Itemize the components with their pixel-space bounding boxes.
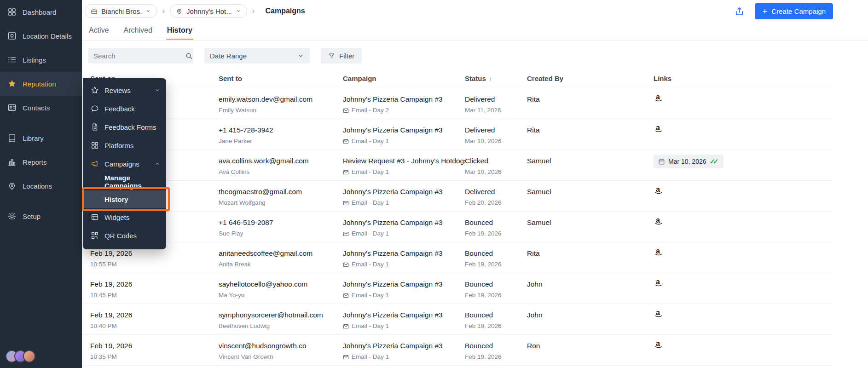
email-channel-icon — [343, 293, 349, 299]
submenu-item-manage-campaigns[interactable]: Manage Campaigns — [83, 173, 166, 190]
sidebar-item-label: Library — [23, 134, 44, 142]
location-name: Johnny's Hot... — [186, 7, 232, 15]
table-row[interactable]: Feb 19, 202610:40 PM symphonysorcerer@ho… — [82, 304, 832, 335]
email-channel-icon — [343, 262, 349, 268]
chevron-down-icon — [145, 8, 151, 14]
tab-active[interactable]: Active — [88, 26, 110, 40]
sidebar-item-reports[interactable]: Reports — [0, 150, 82, 174]
tab-archived[interactable]: Archived — [123, 26, 153, 40]
map-pin-icon — [7, 181, 17, 190]
submenu-item-platforms[interactable]: Platforms — [83, 136, 166, 155]
amazon-link-icon[interactable]: a — [654, 247, 664, 257]
amazon-link-icon[interactable]: a — [654, 309, 664, 319]
status: Bounced — [465, 279, 527, 289]
table-row[interactable]: +1 646-519-2087Sue Flay Johnny's Pizzeri… — [82, 212, 832, 242]
table-row[interactable]: Feb 19, 202610:45 PM sayhellotocello@yah… — [82, 273, 832, 304]
sent-on-date: Feb 19, 2026 — [90, 341, 219, 351]
filter-button[interactable]: Filter — [321, 48, 362, 63]
sidebar-item-setup[interactable]: Setup — [0, 204, 82, 228]
chevron-down-icon — [154, 87, 161, 93]
chevron-up-icon — [154, 161, 161, 167]
sidebar: Dashboard Location Details Listings Repu… — [0, 0, 82, 368]
amazon-link-icon[interactable]: a — [654, 93, 664, 103]
campaign-history-table: Sent on Sent to Campaign Status↑ Created… — [82, 69, 868, 366]
recipient: vinscent@hudsongrowth.co — [219, 341, 343, 351]
table-row[interactable]: Feb 19, 202610:35 PM vinscent@hudsongrow… — [82, 335, 832, 366]
created-by: Ron — [527, 341, 654, 351]
amazon-link-icon[interactable]: a — [654, 185, 664, 196]
status-date: Mar 10, 2026 — [465, 137, 527, 145]
svg-text:a: a — [656, 216, 660, 224]
amazon-link-icon[interactable]: a — [654, 339, 664, 350]
amazon-link-icon[interactable]: a — [654, 124, 664, 134]
column-header-campaign[interactable]: Campaign — [343, 75, 465, 82]
table-row[interactable]: theogmaestro@gmail.comMozart Wolfgang Jo… — [82, 181, 832, 212]
export-icon[interactable] — [734, 6, 745, 17]
table-row[interactable]: ava.collins.work@gmail.comAva Collins Re… — [82, 150, 832, 181]
status-header-label: Status — [465, 75, 486, 82]
recipient-name: Emily Watson — [219, 106, 343, 115]
tab-history[interactable]: History — [166, 26, 193, 40]
submenu-item-qr-codes[interactable]: QR Codes — [83, 226, 166, 245]
sidebar-item-locations[interactable]: Locations — [0, 174, 82, 198]
submenu-item-reviews[interactable]: Reviews — [83, 81, 166, 99]
svg-text:a: a — [656, 339, 660, 347]
table-row[interactable]: emily.watson.dev@gmail.comEmily Watson J… — [82, 88, 832, 119]
submenu-item-widgets[interactable]: Widgets — [83, 208, 166, 226]
campaign-name: Johnny's Pizzeria Campaign #3 — [343, 341, 465, 351]
avatar[interactable] — [23, 350, 35, 362]
listings-icon — [7, 55, 17, 64]
location-card-icon — [7, 31, 17, 40]
sidebar-item-library[interactable]: Library — [0, 126, 82, 150]
business-icon — [91, 8, 98, 15]
account-selector[interactable]: Bianchi Bros. — [85, 4, 157, 18]
date-range-select[interactable]: Date Range — [204, 48, 310, 63]
email-channel-icon — [343, 108, 349, 114]
column-header-status[interactable]: Status↑ — [465, 75, 527, 82]
campaign-name: Johnny's Pizzeria Campaign #3 — [343, 187, 465, 196]
sent-on-time: 10:45 PM — [90, 291, 219, 299]
link-date-badge[interactable]: Mar 10, 2026 ✓✓ — [654, 155, 723, 168]
page-title: Campaigns — [265, 7, 305, 15]
submenu-item-history[interactable]: History — [83, 190, 166, 208]
status-date: Feb 19, 2026 — [465, 291, 527, 299]
main-content: Bianchi Bros. › Johnny's Hot... › Campai… — [82, 0, 868, 368]
submenu-item-campaigns[interactable]: Campaigns — [83, 155, 166, 173]
map-pin-icon — [176, 8, 183, 15]
grid-icon — [91, 141, 99, 150]
created-by: John — [527, 310, 654, 320]
column-header-created-by[interactable]: Created By — [527, 75, 654, 82]
sidebar-item-label: Location Details — [23, 32, 72, 40]
double-check-icon: ✓✓ — [710, 157, 719, 166]
campaign-name: Johnny's Pizzeria Campaign #3 — [343, 310, 465, 320]
table-row[interactable]: Feb 19, 202610:55 PM anitaneedscoffee@gm… — [82, 242, 832, 273]
campaign-name: Johnny's Pizzeria Campaign #3 — [343, 125, 465, 135]
submenu-item-feedback[interactable]: Feedback — [83, 99, 166, 118]
status: Bounced — [465, 218, 527, 227]
sidebar-item-location-details[interactable]: Location Details — [0, 24, 82, 48]
table-row[interactable]: +1 415-728-3942Jane Parker Johnny's Pizz… — [82, 119, 832, 150]
submenu-item-feedback-forms[interactable]: Feedback Forms — [83, 118, 166, 136]
sidebar-item-listings[interactable]: Listings — [0, 48, 82, 72]
sidebar-item-contacts[interactable]: Contacts — [0, 96, 82, 120]
campaign-name: Johnny's Pizzeria Campaign #3 — [343, 218, 465, 227]
channel-label: Email - Day 1 — [352, 260, 389, 269]
create-campaign-button[interactable]: + Create Campaign — [755, 3, 833, 19]
recipient: sayhellotocello@yahoo.com — [219, 279, 343, 289]
status-date: Feb 19, 2026 — [465, 353, 527, 361]
submenu-label: Feedback — [104, 105, 135, 113]
search-input[interactable] — [93, 52, 185, 60]
recipient: emily.watson.dev@gmail.com — [219, 94, 343, 104]
sidebar-item-dashboard[interactable]: Dashboard — [0, 0, 82, 24]
email-channel-icon — [343, 138, 349, 144]
amazon-link-icon[interactable]: a — [654, 216, 664, 226]
widget-icon — [91, 213, 99, 221]
search-box — [88, 48, 193, 63]
amazon-link-icon[interactable]: a — [654, 278, 664, 288]
column-header-sent-to[interactable]: Sent to — [219, 75, 343, 82]
sidebar-item-reputation[interactable]: Reputation — [0, 72, 82, 96]
column-header-links[interactable]: Links — [654, 75, 832, 82]
bar-chart-icon — [7, 157, 17, 167]
status-date: Feb 19, 2026 — [465, 230, 527, 238]
location-selector[interactable]: Johnny's Hot... — [170, 4, 247, 18]
